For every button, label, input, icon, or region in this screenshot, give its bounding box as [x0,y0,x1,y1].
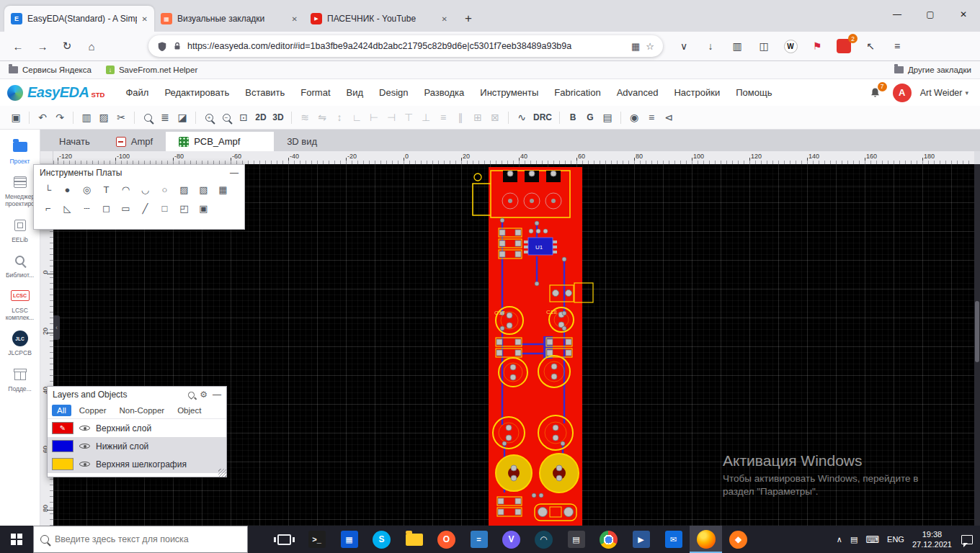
start-button[interactable] [0,526,33,553]
menu-item[interactable]: Разводка [416,87,473,98]
taskbar-app-browser-orange[interactable]: O [430,526,463,553]
redo-icon[interactable]: ↷ [51,109,68,126]
origin-tool-icon[interactable]: ◰ [174,199,194,217]
layer-row[interactable]: ✎Верхний слой [48,419,226,437]
menu-item[interactable]: Format [293,87,338,98]
wikipedia-icon[interactable]: W [780,36,801,56]
menu-item[interactable]: Редактировать [156,87,237,98]
easyeda-logo[interactable]: EasyEDA STD [7,84,104,101]
doc-tab-start[interactable]: Начать [46,132,103,151]
curve-icon[interactable]: ≋ [296,109,313,126]
layer-color-swatch[interactable] [52,458,74,470]
align-center-icon[interactable]: ≡ [435,109,452,126]
menu-item[interactable]: Инструменты [472,87,546,98]
autoroute-icon[interactable]: ∿ [513,109,530,126]
snapshot-icon[interactable]: ◉ [625,109,643,126]
arc-3pt-tool-icon[interactable]: ◡ [135,181,155,198]
tab-close-icon[interactable]: ✕ [292,15,298,23]
menu-item[interactable]: Вставить [237,87,293,98]
v-scrollbar[interactable] [974,164,980,526]
taskbar-app-movies-tv[interactable]: ▶ [625,526,657,553]
sidebars-icon[interactable]: ◫ [753,36,775,56]
taskbar-app-flame-browser[interactable]: ◆ [722,526,754,553]
layer-row[interactable]: Верхняя шелкография [48,455,226,473]
eraser-icon[interactable]: ◪ [174,109,191,126]
sidebar-item-library[interactable]: Библиот... [0,252,40,279]
flip-v-icon[interactable]: ↕ [331,109,348,126]
doc-tab-ampf[interactable]: Ampf [103,132,166,151]
bookmark-flag-icon[interactable]: ⚑ [806,36,828,56]
tray-app-icon[interactable]: ▤ [850,535,858,544]
zoom-out-icon[interactable]: − [218,109,235,126]
copy-icon[interactable]: ▥ [78,109,95,126]
duplicate-icon[interactable]: ▨ [95,109,112,126]
layers-tab-object[interactable]: Object [172,405,206,416]
pocket-icon[interactable]: ∨ [673,36,695,56]
copper-area-tool-icon[interactable]: ▨ [174,181,194,198]
panel-minimize-icon[interactable]: — [230,168,239,178]
hole-tool-icon[interactable]: ◻ [97,199,116,217]
menu-icon[interactable]: ≡ [886,36,908,56]
shield-icon[interactable] [157,41,167,52]
bookmark-item[interactable]: Сервисы Яндекса [9,66,92,74]
layer-row[interactable]: Нижний слой [48,437,226,455]
rect-tool-icon[interactable]: ▭ [116,199,135,217]
browser-tab[interactable]: ▦Визуальные закладки✕ [154,6,304,32]
taskbar-app-calendar[interactable]: ▦ [333,526,365,553]
netlist-icon[interactable]: ≣ [156,109,174,126]
square-tool-icon[interactable]: □ [155,199,174,217]
translate-icon[interactable]: ▦ [631,41,640,52]
align-top-icon[interactable]: ⊤ [400,109,417,126]
save-icon[interactable]: ▣ [7,109,24,126]
taskbar-app-terminal[interactable]: >_ [300,526,333,553]
flip-h-icon[interactable]: ⇋ [313,109,331,126]
maximize-button[interactable]: ▢ [914,0,947,29]
reload-button[interactable]: ↻ [55,35,79,57]
layers-tool-icon[interactable]: ≡ [643,109,660,126]
taskbar-app-notes-app[interactable]: ▤ [560,526,592,553]
cut-icon[interactable]: ✂ [112,109,130,126]
taskbar-app-mail[interactable]: ✉ [657,526,690,553]
zoom-fit-icon[interactable]: ⊡ [235,109,252,126]
taskbar-app-skype[interactable]: S [365,526,398,553]
v-scrollbar-thumb[interactable] [975,301,979,362]
track-tool-icon[interactable]: └ [38,181,58,198]
share-icon[interactable]: ⊲ [660,109,677,126]
forward-button[interactable]: → [30,35,55,57]
line-tool-icon[interactable]: ╱ [135,199,155,217]
pad-tool-icon[interactable]: ● [58,181,77,198]
sidebar-item-project[interactable]: Проект [0,138,40,165]
bom-icon[interactable]: B [564,109,582,126]
menu-item[interactable]: Вид [339,87,372,98]
rotate-icon[interactable]: ∟ [348,109,365,126]
dimension-tool-icon[interactable]: ┄ [77,199,97,217]
layers-panel-header[interactable]: Layers and Objects ⚙ — [48,387,226,403]
menu-item[interactable]: Помощь [728,87,780,98]
align-right-icon[interactable]: ⊣ [383,109,400,126]
lock-icon[interactable] [173,41,182,51]
bookmark-item[interactable]: SaveFrom.net Helper [106,66,197,74]
menu-item[interactable]: Advanced [609,87,667,98]
panel-collapse-handle[interactable]: ‹ [53,315,60,340]
layers-tab-copper[interactable]: Copper [74,405,112,416]
pcb-capacitor-filled[interactable] [496,455,532,491]
image-tool-icon[interactable]: ▦ [213,181,233,198]
clock[interactable]: 19:38 27.12.2021 [912,529,952,550]
taskbar-app-file-explorer[interactable] [398,526,430,553]
search-input[interactable] [55,534,241,544]
notification-center-icon[interactable] [961,535,973,544]
align-left-icon[interactable]: ⊢ [365,109,383,126]
browser-tab[interactable]: ▶ПАСЕЧНИК - YouTube✕ [304,6,454,32]
gerber-icon[interactable]: G [582,109,599,126]
minimize-button[interactable]: — [881,0,914,29]
zoom-in-icon[interactable]: + [200,109,218,126]
back-button[interactable]: ← [6,35,30,57]
gear-icon[interactable]: ⚙ [200,390,208,400]
taskbar-search[interactable] [33,526,248,553]
view-3d-icon[interactable]: 3D [270,109,287,126]
bookmark-star-icon[interactable]: ☆ [646,41,654,52]
pointer-extension-icon[interactable]: ↖ [860,36,881,56]
taskbar-app-chrome[interactable] [592,526,625,553]
solid-region-tool-icon[interactable]: ▧ [194,181,213,198]
menu-item[interactable]: Файл [117,87,156,98]
